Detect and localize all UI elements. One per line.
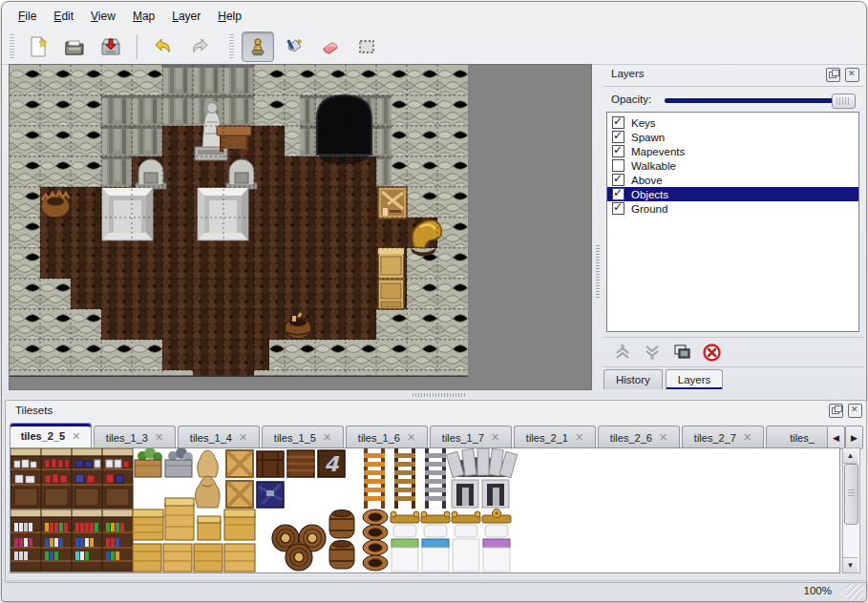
float-icon[interactable] xyxy=(826,68,840,82)
menu-help[interactable]: Help xyxy=(209,7,250,26)
close-tab-icon[interactable]: ✕ xyxy=(575,431,583,444)
close-icon[interactable] xyxy=(845,68,859,82)
close-tab-icon[interactable]: ✕ xyxy=(72,430,80,443)
tab-history[interactable]: History xyxy=(603,369,663,389)
map-canvas[interactable] xyxy=(9,64,592,390)
svg-text:4: 4 xyxy=(324,452,340,476)
tileset-tabs: tiles_2_5✕ tiles_1_3✕ tiles_1_4✕ tiles_1… xyxy=(10,423,828,448)
broken-shelf xyxy=(378,187,407,218)
opacity-slider-handle[interactable] xyxy=(832,94,856,109)
close-tab-icon[interactable]: ✕ xyxy=(323,431,331,444)
layer-row-walkable[interactable]: Walkable xyxy=(607,158,858,173)
fill-tool-button[interactable] xyxy=(278,31,310,62)
layer-buttons-row xyxy=(603,337,863,367)
tab-layers[interactable]: Layers xyxy=(666,369,724,389)
tab-label: tiles_2_7 xyxy=(694,432,736,444)
vertical-splitter-grip xyxy=(596,245,600,299)
layer-checkbox[interactable] xyxy=(612,202,625,215)
menu-file[interactable]: File xyxy=(10,7,45,26)
tileset-tab-tiles_2_7[interactable]: tiles_2_7✕ xyxy=(682,426,764,448)
opacity-slider-track xyxy=(665,98,854,103)
close-tab-icon[interactable]: ✕ xyxy=(659,431,667,444)
layer-label: Spawn xyxy=(631,132,665,143)
close-icon[interactable] xyxy=(848,404,862,418)
save-button[interactable] xyxy=(95,31,127,62)
open-file-icon xyxy=(63,35,86,58)
layer-checkbox[interactable] xyxy=(612,145,625,157)
scroll-up-icon[interactable]: ▲ xyxy=(843,448,857,464)
tab-label: tiles_2_5 xyxy=(21,430,65,442)
scroll-down-icon[interactable]: ▼ xyxy=(843,557,857,572)
close-tab-icon[interactable]: ✕ xyxy=(155,431,163,444)
eraser-tool-button[interactable] xyxy=(314,31,347,62)
menu-bar: File Edit View Map Layer Help xyxy=(2,5,866,28)
app-window: File Edit View Map Layer Help xyxy=(1,1,867,602)
stamp-tool-button[interactable] xyxy=(242,31,274,62)
close-tab-icon[interactable]: ✕ xyxy=(407,431,415,444)
broken-navy-crate-tile xyxy=(257,482,284,508)
zoom-level: 100% xyxy=(804,585,832,596)
redo-button[interactable] xyxy=(183,31,216,62)
layer-row-above[interactable]: Above xyxy=(607,173,858,187)
layer-row-keys[interactable]: Keys xyxy=(607,115,858,130)
tileset-tab-tiles_1_5[interactable]: tiles_1_5✕ xyxy=(262,426,344,448)
layer-list: Keys Spawn Mapevents Walkable Above Obje… xyxy=(606,112,859,332)
move-layer-down-icon xyxy=(644,343,661,361)
tab-label: tiles_1_3 xyxy=(106,432,148,444)
cave-entrance xyxy=(317,95,371,164)
vertical-splitter[interactable] xyxy=(593,64,603,390)
duplicate-layer-button[interactable] xyxy=(671,342,692,363)
float-icon[interactable] xyxy=(829,404,843,418)
tileset-canvas[interactable]: 4 xyxy=(10,447,840,573)
open-file-button[interactable] xyxy=(58,31,91,62)
scroll-tabs-left-button[interactable]: ◀ xyxy=(827,426,845,449)
duplicate-layer-icon xyxy=(673,343,690,361)
tileset-tab-tiles_1_3[interactable]: tiles_1_3✕ xyxy=(94,426,176,448)
delete-layer-button[interactable] xyxy=(701,342,722,363)
close-tab-icon[interactable]: ✕ xyxy=(239,431,247,444)
tileset-tab-tiles_1_4[interactable]: tiles_1_4✕ xyxy=(178,426,260,448)
tab-label: tiles_ xyxy=(790,432,815,444)
scroll-tabs-right-button[interactable]: ▶ xyxy=(845,426,863,449)
move-layer-up-button[interactable] xyxy=(612,342,633,363)
tileset-tab-tiles_1_7[interactable]: tiles_1_7✕ xyxy=(430,426,512,448)
horizontal-splitter[interactable] xyxy=(2,390,866,400)
scrollbar-thumb[interactable] xyxy=(844,464,858,525)
new-file-button[interactable] xyxy=(22,31,54,62)
layer-row-objects[interactable]: Objects xyxy=(607,187,858,201)
select-tool-button[interactable] xyxy=(350,31,383,62)
layer-checkbox[interactable] xyxy=(612,174,625,186)
undo-button[interactable] xyxy=(147,31,180,62)
tab-label: tiles_1_6 xyxy=(358,432,400,444)
layer-checkbox[interactable] xyxy=(612,188,625,200)
tileset-tab-tiles_1_6[interactable]: tiles_1_6✕ xyxy=(346,426,428,448)
tileset-scrollbar[interactable]: ▲ ▼ xyxy=(842,447,860,573)
layer-checkbox[interactable] xyxy=(612,116,625,129)
eraser-tool-icon xyxy=(319,35,342,58)
emblem-chest-tile: 4 xyxy=(318,450,345,477)
new-file-icon xyxy=(27,35,50,58)
menu-layer[interactable]: Layer xyxy=(163,7,209,26)
tileset-tab-tiles_2_6[interactable]: tiles_2_6✕ xyxy=(598,426,680,448)
tileset-tab-tiles_2_1[interactable]: tiles_2_1✕ xyxy=(514,426,596,448)
menu-view[interactable]: View xyxy=(82,7,124,26)
layer-checkbox[interactable] xyxy=(612,131,625,143)
resize-grip[interactable] xyxy=(846,584,863,599)
close-tab-icon[interactable]: ✕ xyxy=(743,431,752,444)
opacity-slider[interactable] xyxy=(665,94,856,107)
menu-map[interactable]: Map xyxy=(124,7,163,26)
toolbar-grip[interactable] xyxy=(10,34,14,59)
tileset-tab-tiles_2_5[interactable]: tiles_2_5✕ xyxy=(10,423,92,448)
toolbar-grip-2[interactable] xyxy=(229,34,234,59)
tileset-tab-truncated[interactable]: tiles_ xyxy=(766,426,828,448)
layer-checkbox[interactable] xyxy=(612,159,625,172)
tab-label: tiles_1_7 xyxy=(442,432,484,444)
menu-edit[interactable]: Edit xyxy=(45,7,82,26)
move-layer-down-button[interactable] xyxy=(642,342,663,363)
close-tab-icon[interactable]: ✕ xyxy=(491,431,499,444)
layer-row-spawn[interactable]: Spawn xyxy=(607,130,858,144)
shelf-tiles xyxy=(11,448,133,572)
layer-row-ground[interactable]: Ground xyxy=(607,201,858,216)
layer-row-mapevents[interactable]: Mapevents xyxy=(607,144,858,158)
stamp-tool-icon xyxy=(246,35,269,58)
